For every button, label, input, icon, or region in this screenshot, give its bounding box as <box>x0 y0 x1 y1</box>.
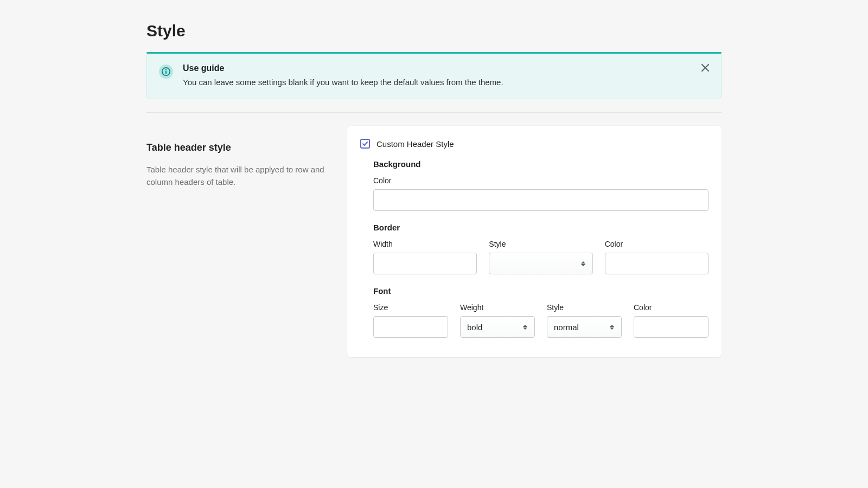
background-group-title: Background <box>373 159 709 169</box>
font-group-title: Font <box>373 286 709 296</box>
banner-close-button[interactable] <box>699 62 711 74</box>
font-weight-value: bold <box>467 323 482 332</box>
border-width-label: Width <box>373 240 477 248</box>
banner-title: Use guide <box>183 63 709 73</box>
border-group-title: Border <box>373 223 709 232</box>
custom-header-label: Custom Header Style <box>376 139 454 149</box>
border-color-label: Color <box>605 240 709 248</box>
close-icon <box>701 64 709 73</box>
font-color-input[interactable] <box>634 316 709 338</box>
font-style-select[interactable]: normal <box>547 316 622 338</box>
custom-header-checkbox[interactable] <box>360 139 370 149</box>
font-weight-select[interactable]: bold <box>460 316 535 338</box>
section-divider <box>146 112 722 113</box>
background-color-input[interactable] <box>373 189 709 211</box>
border-width-input[interactable] <box>373 253 477 274</box>
banner-text: You can leave some settings blank if you… <box>183 78 709 87</box>
settings-card: Custom Header Style Background Color Bor… <box>347 126 722 357</box>
font-color-label: Color <box>634 303 709 312</box>
info-icon <box>159 65 173 79</box>
border-style-label: Style <box>489 240 592 248</box>
font-weight-label: Weight <box>460 303 535 312</box>
svg-rect-2 <box>165 71 167 74</box>
svg-point-1 <box>165 69 167 70</box>
border-style-select[interactable] <box>489 253 592 274</box>
chevron-updown-icon <box>521 322 529 332</box>
border-color-input[interactable] <box>605 253 709 274</box>
chevron-updown-icon <box>579 259 587 268</box>
section-description: Table header style that will be applyed … <box>146 163 331 189</box>
font-size-input[interactable] <box>373 316 448 338</box>
page-title: Style <box>146 22 722 40</box>
background-color-label: Color <box>373 176 709 185</box>
chevron-updown-icon <box>608 322 616 332</box>
info-banner: Use guide You can leave some settings bl… <box>146 52 722 99</box>
font-style-value: normal <box>554 323 579 332</box>
font-size-label: Size <box>373 303 448 312</box>
section-heading: Table header style <box>146 142 331 153</box>
font-style-label: Style <box>547 303 622 312</box>
